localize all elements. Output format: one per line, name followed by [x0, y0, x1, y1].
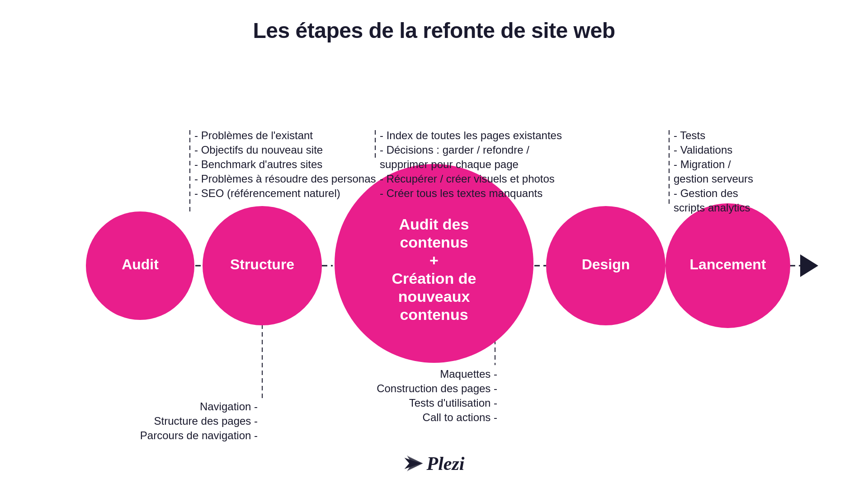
audit-label: Audit	[122, 256, 159, 272]
audit-annotation-5: - SEO (référencement naturel)	[194, 187, 340, 199]
contenus-label-5: contenus	[400, 306, 468, 323]
contenus-annotation-4: - Récupérer / créer visuels et photos	[380, 173, 555, 185]
structure-annotation-3: Parcours de navigation -	[140, 429, 258, 441]
contenus-annotation-1: - Index de toutes les pages existantes	[380, 129, 562, 141]
design-annotation-1: Maquettes -	[440, 368, 497, 380]
lancement-annotation-2: - Validations	[674, 144, 732, 156]
plezi-logo: Plezi	[404, 453, 465, 474]
page-title: Les étapes de la refonte de site web	[253, 18, 615, 43]
audit-annotation-1: - Problèmes de l'existant	[194, 129, 313, 141]
contenus-annotation-2: - Décisions : garder / refondre /	[380, 144, 529, 156]
structure-label: Structure	[230, 256, 294, 272]
contenus-annotation-5: - Créer tous les textes manquants	[380, 187, 542, 199]
design-annotation-4: Call to actions -	[423, 411, 497, 423]
lancement-label: Lancement	[690, 256, 766, 272]
lancement-annotation-3: - Migration /	[674, 158, 731, 170]
design-annotation-2: Construction des pages -	[377, 382, 497, 394]
design-annotation-3: Tests d'utilisation -	[409, 397, 497, 409]
footer: Plezi	[404, 453, 465, 474]
lancement-annotation-6: scripts analytics	[674, 202, 750, 214]
plezi-text: Plezi	[427, 453, 465, 474]
contenus-label-plus: +	[429, 252, 439, 269]
contenus-label-1: Audit des	[399, 216, 469, 233]
contenus-label-2: contenus	[400, 234, 468, 251]
plezi-icon	[404, 455, 424, 473]
lancement-annotation-1: - Tests	[674, 129, 705, 141]
lancement-annotation-5: - Gestion des	[674, 187, 738, 199]
design-label: Design	[582, 256, 630, 272]
audit-annotation-3: - Benchmark d'autres sites	[194, 158, 322, 170]
svg-marker-10	[800, 254, 818, 277]
diagram-svg: Audit Structure Audit des contenus + Cré…	[50, 80, 818, 451]
audit-annotation-4: - Problèmes à résoudre des personas	[194, 173, 376, 185]
contenus-label-4: nouveaux	[398, 288, 470, 305]
diagram-area: Audit Structure Audit des contenus + Cré…	[0, 43, 868, 488]
contenus-annotation-3: supprimer pour chaque page	[380, 158, 519, 170]
structure-annotation-2: Structure des pages -	[154, 415, 258, 427]
contenus-label-3: Création de	[392, 270, 476, 287]
structure-annotation-1: Navigation -	[200, 400, 258, 413]
slide: Les étapes de la refonte de site web	[0, 0, 868, 488]
lancement-annotation-4: gestion serveurs	[674, 173, 753, 185]
audit-annotation-2: - Objectifs du nouveau site	[194, 144, 323, 156]
